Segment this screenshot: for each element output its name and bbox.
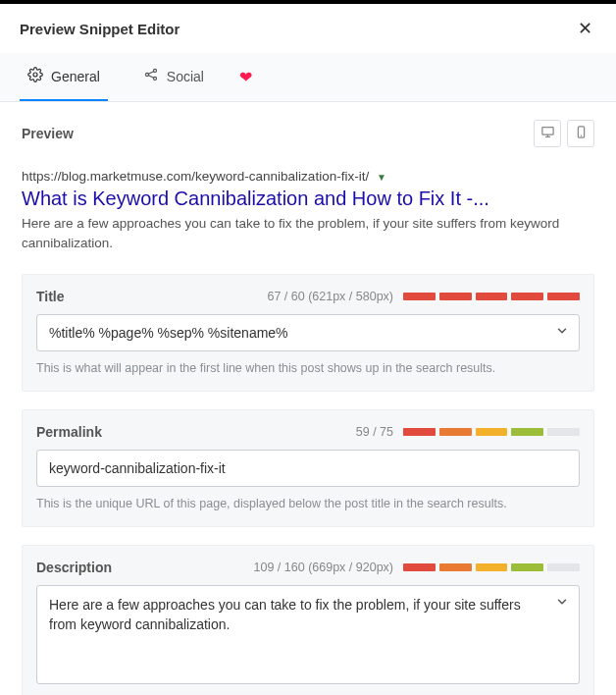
desktop-preview-button[interactable] (534, 120, 561, 147)
description-field-wrap (36, 585, 580, 683)
score-segment (476, 563, 508, 571)
tab-general-label: General (51, 69, 100, 84)
description-label: Description (36, 560, 112, 575)
score-segment (403, 293, 436, 300)
score-segment (547, 293, 580, 300)
score-segment (511, 563, 543, 571)
modal-title: Preview Snippet Editor (20, 21, 180, 37)
preview-heading: Preview (22, 126, 74, 141)
heart-icon: ❤ (239, 69, 252, 85)
permalink-counter: 59 / 75 (356, 425, 393, 439)
content-area: Preview https://blog.marketmuse.com/keyw… (0, 102, 616, 695)
score-segment (511, 428, 543, 436)
desktop-icon (540, 125, 555, 142)
caret-down-icon[interactable]: ▼ (377, 172, 386, 183)
description-score-bar (403, 563, 580, 571)
score-segment (547, 428, 580, 436)
preview-header-row: Preview (22, 120, 594, 147)
gear-icon (27, 67, 43, 85)
description-panel: Description 109 / 160 (669px / 920px) (22, 545, 594, 695)
tab-bar: General Social ❤ (0, 53, 616, 102)
permalink-hint: This is the unique URL of this page, dis… (36, 497, 580, 510)
score-segment (439, 563, 472, 571)
title-score-bar (403, 293, 580, 300)
score-segment (403, 563, 436, 571)
title-field-wrap (36, 314, 580, 351)
device-buttons (534, 120, 594, 147)
permalink-field-wrap (36, 450, 580, 487)
serp-url-text: https://blog.marketmuse.com/keyword-cann… (22, 169, 369, 184)
score-segment (439, 293, 472, 300)
score-segment (547, 563, 580, 571)
score-segment (476, 293, 508, 300)
title-hint: This is what will appear in the first li… (36, 361, 580, 375)
title-panel: Title 67 / 60 (621px / 580px) This is wh… (22, 274, 594, 392)
score-segment (511, 293, 543, 300)
mobile-icon (574, 125, 589, 142)
score-segment (403, 428, 436, 436)
serp-title-link[interactable]: What is Keyword Cannibalization and How … (22, 187, 489, 210)
tab-social-label: Social (167, 69, 204, 84)
description-variables-toggle[interactable] (553, 594, 571, 612)
title-label: Title (36, 289, 65, 304)
serp-preview: https://blog.marketmuse.com/keyword-cann… (22, 169, 594, 252)
score-segment (439, 428, 472, 436)
permalink-panel: Permalink 59 / 75 This is the unique URL… (22, 409, 594, 527)
chevron-down-icon (555, 324, 569, 341)
serp-description: Here are a few approaches you can take t… (22, 214, 594, 252)
permalink-label: Permalink (36, 424, 102, 440)
tab-general[interactable]: General (20, 53, 108, 101)
tab-favorite[interactable]: ❤ (239, 56, 252, 99)
modal-header: Preview Snippet Editor ✕ (0, 4, 616, 53)
permalink-input[interactable] (37, 451, 579, 486)
share-icon (143, 67, 159, 85)
description-counter: 109 / 160 (669px / 920px) (254, 561, 393, 574)
title-input[interactable] (37, 315, 579, 350)
svg-rect-6 (541, 128, 552, 135)
tab-social[interactable]: Social (135, 53, 212, 101)
svg-point-0 (33, 73, 37, 77)
score-segment (476, 428, 508, 436)
title-variables-toggle[interactable] (553, 323, 571, 341)
title-counter: 67 / 60 (621px / 580px) (267, 290, 393, 303)
chevron-down-icon (555, 595, 569, 612)
close-button[interactable]: ✕ (574, 18, 596, 39)
svg-line-4 (148, 72, 153, 75)
permalink-score-bar (403, 428, 580, 436)
close-icon: ✕ (578, 19, 592, 38)
svg-line-5 (148, 76, 153, 79)
mobile-preview-button[interactable] (567, 120, 594, 147)
description-textarea[interactable] (37, 586, 579, 682)
serp-url: https://blog.marketmuse.com/keyword-cann… (22, 169, 594, 184)
